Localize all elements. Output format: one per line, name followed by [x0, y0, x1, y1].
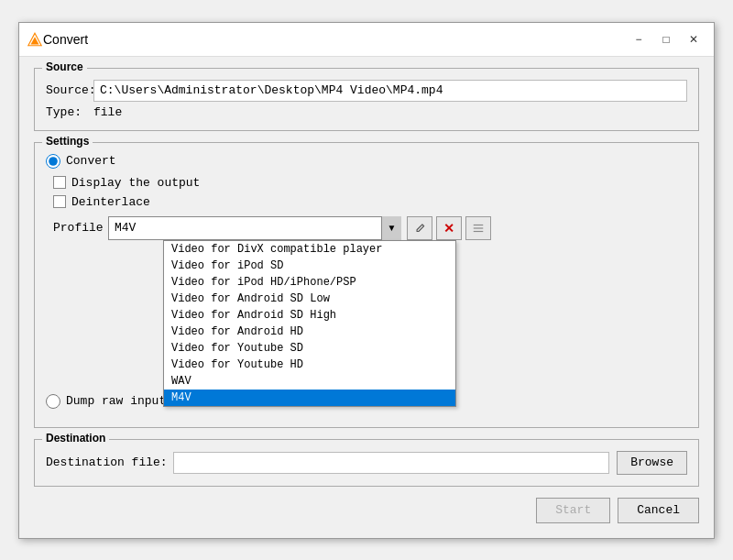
source-input[interactable]: [93, 80, 687, 102]
dest-file-input[interactable]: [173, 452, 610, 474]
svg-rect-3: [474, 224, 484, 225]
settings-group-label: Settings: [42, 135, 93, 148]
convert-radio[interactable]: [46, 154, 60, 169]
titlebar: Convert − □ ✕: [19, 23, 714, 57]
source-group-label: Source: [42, 60, 87, 73]
profile-action-buttons: ✕: [407, 216, 491, 240]
main-window: Convert − □ ✕ Source Source: Type: file …: [18, 22, 715, 539]
profile-dropdown-scroll[interactable]: Video for DivX compatible player Video f…: [164, 241, 455, 406]
source-label: Source:: [46, 83, 93, 97]
convert-radio-label: Convert: [66, 154, 116, 168]
dump-radio-label: Dump raw input: [66, 394, 166, 408]
footer-buttons: Start Cancel: [34, 498, 699, 523]
profile-option-9[interactable]: M4V: [164, 390, 455, 406]
close-button[interactable]: ✕: [681, 28, 706, 50]
profile-option-4[interactable]: Video for Android SD High: [164, 307, 455, 324]
window-content: Source Source: Type: file Settings Conve…: [19, 57, 714, 538]
destination-row: Destination file: Browse: [46, 451, 687, 475]
display-output-label: Display the output: [71, 176, 200, 190]
window-controls: − □ ✕: [626, 28, 706, 50]
profile-label: Profile: [53, 221, 108, 235]
profile-dropdown-list: Video for DivX compatible player Video f…: [163, 240, 456, 407]
profile-option-2[interactable]: Video for iPod HD/iPhone/PSP: [164, 274, 455, 291]
display-output-checkbox[interactable]: [53, 176, 66, 189]
profile-option-6[interactable]: Video for Youtube SD: [164, 340, 455, 357]
svg-rect-5: [474, 230, 484, 231]
cancel-button[interactable]: Cancel: [618, 498, 699, 523]
source-group: Source Source: Type: file: [34, 68, 699, 131]
profile-option-3[interactable]: Video for Android SD Low: [164, 291, 455, 307]
profile-delete-button[interactable]: ✕: [436, 216, 462, 240]
profile-select-display[interactable]: M4V: [108, 216, 401, 240]
source-row: Source:: [46, 80, 687, 102]
dump-radio[interactable]: [46, 394, 60, 409]
profile-option-5[interactable]: Video for Android HD: [164, 324, 455, 340]
type-value: file: [93, 105, 122, 119]
list-icon: [472, 222, 485, 235]
type-label: Type:: [46, 105, 93, 119]
profile-option-1[interactable]: Video for iPod SD: [164, 258, 455, 274]
svg-rect-4: [474, 227, 484, 228]
destination-group: Destination Destination file: Browse: [34, 439, 699, 487]
profile-select-wrapper: M4V ▼ Video for DivX compatible player V…: [108, 216, 401, 240]
dest-file-label: Destination file:: [46, 456, 168, 469]
convert-radio-row: Convert: [46, 154, 687, 169]
minimize-button[interactable]: −: [626, 28, 651, 50]
profile-option-0[interactable]: Video for DivX compatible player: [164, 241, 455, 258]
browse-button[interactable]: Browse: [617, 451, 687, 475]
profile-list-button[interactable]: [465, 216, 491, 240]
start-button[interactable]: Start: [536, 498, 610, 523]
deinterlace-checkbox[interactable]: [53, 195, 66, 208]
display-output-row: Display the output: [53, 176, 687, 190]
profile-option-7[interactable]: Video for Youtube HD: [164, 357, 455, 373]
destination-group-label: Destination: [42, 432, 109, 445]
deinterlace-label: Deinterlace: [71, 195, 150, 209]
profile-option-8[interactable]: WAV: [164, 373, 455, 390]
window-title: Convert: [43, 32, 626, 47]
profile-row: Profile M4V ▼ Video for DivX compatible …: [53, 216, 687, 240]
vlc-icon: [27, 31, 43, 48]
type-row: Type: file: [46, 105, 687, 119]
deinterlace-row: Deinterlace: [53, 195, 687, 209]
wrench-icon: [413, 222, 426, 235]
settings-group: Settings Convert Display the output Dein…: [34, 142, 699, 428]
profile-edit-button[interactable]: [407, 216, 432, 240]
maximize-button[interactable]: □: [653, 28, 679, 50]
